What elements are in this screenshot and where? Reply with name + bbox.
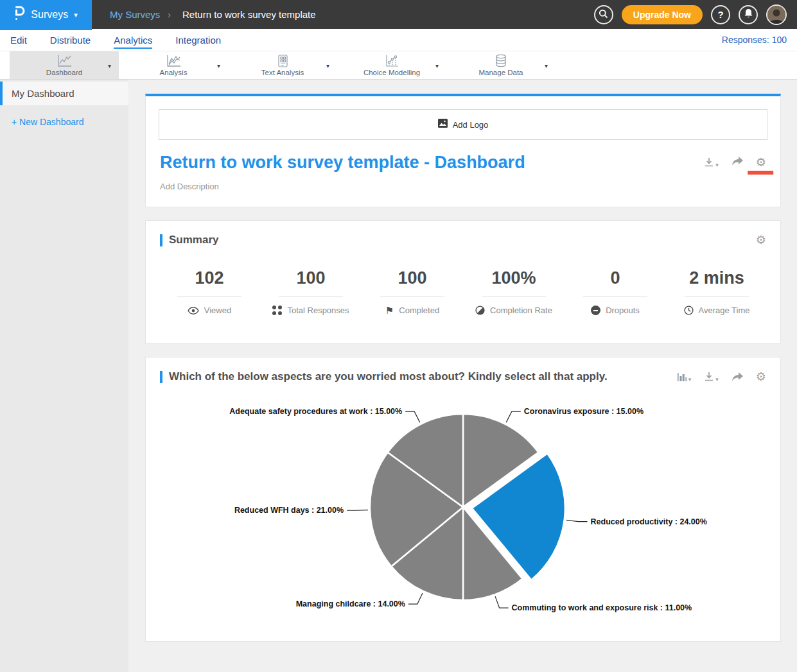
analytics-toolbar: Dashboard ▾ Analysis ▾ [0,51,797,80]
chart-type-button[interactable]: ▾ [677,371,692,383]
dashboard-sidebar: My Dashboard + New Dashboard [0,80,128,672]
chevron-down-icon: ▾ [715,376,719,383]
red-highlight-bar [748,171,773,175]
questionpro-logo-icon [14,6,25,24]
toolbar-item-analysis[interactable]: Analysis ▾ [119,51,228,79]
breadcrumb: My Surveys › Return to work survey templ… [110,9,316,20]
chevron-down-icon: ▾ [74,11,78,19]
database-icon [494,54,508,68]
chevron-down-icon: ▾ [715,162,719,168]
notifications-button[interactable] [739,5,758,24]
gear-icon: ⚙ [756,157,766,168]
breadcrumb-separator-icon: › [168,10,171,20]
pie-leader-line [347,510,368,511]
breadcrumb-current: Return to work survey template [182,9,316,20]
upgrade-now-button[interactable]: Upgrade Now [622,5,703,24]
pie-slice-label: Adequate safety procedures at work : 15.… [229,407,402,416]
question-card: Which of the below aspects are you worri… [145,357,781,642]
chevron-down-icon: ▾ [688,376,692,383]
pie-leader-line [408,593,423,604]
area-chart-icon [165,55,182,68]
share-chart-button[interactable] [731,372,743,382]
dashboard-title[interactable]: Return to work survey template - Dashboa… [160,153,704,173]
survey-nav: Edit Distribute Analytics Integration Re… [0,29,797,51]
summary-card: Summary ⚙ 102 [145,220,781,344]
blue-accent-bar [160,234,162,246]
minus-circle-icon [591,306,600,315]
chevron-down-icon[interactable]: ▾ [217,62,220,69]
add-logo-button[interactable]: Add Logo [159,109,767,140]
pie-leader-line [405,411,420,422]
pie-chart[interactable]: Coronavirus exposure : 15.00%Reduced pro… [146,383,782,641]
toolbar-item-choice-modelling[interactable]: Choice Modelling ▾ [337,51,446,79]
line-chart-icon [56,55,73,68]
chevron-down-icon[interactable]: ▾ [545,62,548,69]
chevron-down-icon[interactable]: ▾ [326,62,329,69]
plus-icon: + [12,117,17,127]
bell-icon [744,8,753,21]
search-button[interactable] [594,5,613,24]
tab-integration[interactable]: Integration [175,31,221,49]
scatter-chart-icon [384,55,399,68]
share-button[interactable] [731,157,743,166]
avatar[interactable] [766,4,787,25]
tab-distribute[interactable]: Distribute [50,31,91,49]
download-button[interactable]: ▾ [704,157,719,168]
help-button[interactable]: ? [711,5,730,24]
gear-icon: ⚙ [756,234,766,246]
responses-count[interactable]: Responses: 100 [722,35,787,45]
dashboard-main: Add Logo Return to work survey template … [128,80,797,672]
product-menu[interactable]: Surveys ▾ [0,0,92,30]
stat-dropouts: 0 Dropouts [565,268,666,318]
document-grid-icon [276,55,290,68]
product-name: Surveys [31,9,68,21]
add-description-button[interactable]: Add Description [146,173,780,207]
eye-icon [188,307,199,314]
summary-stats: 102 Viewed 100 [146,246,780,343]
topbar-actions: Upgrade Now ? [594,4,797,25]
clock-icon [684,306,694,315]
toolbar-item-text-analysis[interactable]: Text Analysis ▾ [228,51,337,79]
chevron-down-icon[interactable]: ▾ [435,62,439,69]
summary-settings-button[interactable]: ⚙ [756,234,766,246]
pie-leader-line [566,520,588,521]
question-mark-icon: ? [717,9,723,20]
top-bar: Surveys ▾ My Surveys › Return to work su… [0,0,797,29]
toolbar-item-manage-data[interactable]: Manage Data ▾ [446,51,556,79]
new-dashboard-button[interactable]: + New Dashboard [0,105,128,127]
download-chart-button[interactable]: ▾ [704,371,719,383]
flag-icon: ⚑ [385,306,394,315]
chart-settings-button[interactable]: ⚙ [756,371,766,383]
pie-leader-line [495,596,508,608]
gear-icon: ⚙ [756,371,766,383]
breadcrumb-my-surveys[interactable]: My Surveys [110,9,160,20]
settings-button[interactable]: ⚙ [756,157,766,168]
stat-viewed: 102 Viewed [159,268,260,318]
half-circle-icon [475,306,485,315]
tab-edit[interactable]: Edit [10,31,27,49]
stat-completed: 100 ⚑ Completed [362,268,463,318]
question-title: Which of the below aspects are you worri… [169,370,677,383]
dots-grid-icon [272,306,282,315]
pie-slice-label: Coronavirus exposure : 15.00% [524,407,644,416]
search-icon [599,9,608,21]
dashboard-header-card: Add Logo Return to work survey template … [145,94,781,207]
toolbar-item-dashboard[interactable]: Dashboard ▾ [10,51,119,79]
sidebar-item-my-dashboard[interactable]: My Dashboard [0,82,128,105]
pie-slice-label: Commuting to work and exposure risk : 11… [512,603,692,612]
image-icon [438,119,448,130]
summary-title: Summary [169,234,756,246]
pie-slice-label: Reduced WFH days : 21.00% [234,506,344,515]
stat-average-time: 2 mins Average Time [666,268,767,318]
pie-leader-line [506,411,521,422]
tab-analytics[interactable]: Analytics [114,31,152,49]
pie-slice-label: Managing childcare : 14.00% [296,599,405,608]
blue-accent-bar [160,371,162,383]
stat-completion-rate: 100% Completion Rate [463,268,565,318]
stat-total-responses: 100 Total Responses [260,268,362,318]
chevron-down-icon[interactable]: ▾ [108,62,111,69]
pie-slice-label: Reduced productivity : 24.00% [591,517,707,526]
